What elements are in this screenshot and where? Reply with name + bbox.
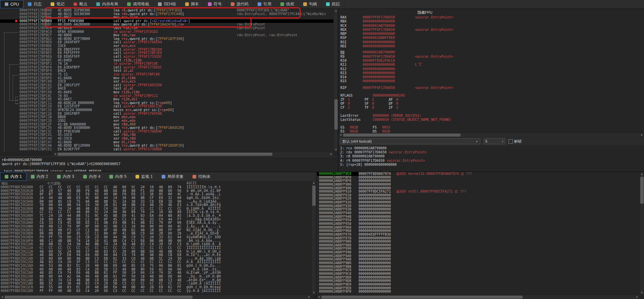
dump-row[interactable]: 00007FF8DC591040000085C0750A488B5C243833… <box>0 200 311 204</box>
argument-count-spinner[interactable]: 5 ▲▼ <box>484 138 505 144</box>
dump-row[interactable]: 00007FF8DC59112048895C2408574883EC20488B… <box>0 250 311 254</box>
dump-row[interactable]: 00007FF8DC5911A085C074C4488BC8E82A000000… <box>0 279 311 282</box>
tab-handles[interactable]: 句柄 <box>299 0 322 8</box>
dump-row[interactable]: 00007FF8DC5911C040554883EC20488BEA488B4D… <box>0 286 311 289</box>
register-row-rdx[interactable]: RDX00007FF6F17D6650<winrar.EntryPoint> <box>340 28 644 32</box>
tab-log[interactable]: 日志 <box>23 0 46 8</box>
tab-script[interactable]: 脚本 <box>181 0 204 8</box>
tab-cpu[interactable]: CPU <box>0 0 23 8</box>
dump-row[interactable]: 00007FF8DC5910B0490BC2790F0F00410BC31000… <box>0 225 311 229</box>
register-row-lasterror[interactable]: LastError00000000 (ERROR_SUCCESS) <box>340 114 644 118</box>
argument-row[interactable]: 4: r9 00007FF6F17D6650 <winrar.EntryPoin… <box>340 159 642 163</box>
disasm-row[interactable]: 00007FF6F17BFC2D33D2xor edx,edx <box>0 119 333 123</box>
segment-fs[interactable]: FS0053 <box>373 126 405 130</box>
stack-row[interactable]: 00000002AB8FF9580000000000000000 <box>317 222 640 226</box>
dump-row[interactable]: 00007FF8DC5911908B0D44A20A00488B01FF5018… <box>0 275 311 279</box>
segment-es[interactable]: ES002B <box>340 130 373 133</box>
dump-row[interactable]: 00007FF8DC591130488BCFE89469000084C0740E… <box>0 253 311 257</box>
stack-scrollbar-vertical[interactable]: ▲ ▼ <box>639 172 644 295</box>
register-row-r10[interactable]: R1000000FFEDE2FACCA <box>340 59 644 63</box>
scroll-left-icon[interactable]: ◀ <box>317 295 321 299</box>
tab-memory-map[interactable]: 内存布局 <box>92 0 123 8</box>
disassembly-scrollbar-vertical[interactable]: ▲ ▼ <box>333 9 338 152</box>
tab-seh-chain[interactable]: SEH链 <box>154 0 181 8</box>
scroll-right-icon[interactable]: ▶ <box>640 133 644 137</box>
disassembly-scrollbar-horizontal[interactable]: ◀ ▶ <box>53 152 333 156</box>
register-row-r8[interactable]: R800000002AB790000 <box>340 50 644 54</box>
scrollbar-thumb[interactable] <box>312 186 316 206</box>
dump-row[interactable]: 00007FF8DC591000CCCCCCCCCCCCCCCC48895C24… <box>0 186 311 189</box>
flag-of[interactable]: OF0 <box>340 102 365 106</box>
dump-row[interactable]: 00007FF8DC5910901000A10BD9C1400F45C1C941… <box>0 218 311 221</box>
register-row-r9[interactable]: R900007FF6F17D6650<winrar.EntryPoint> <box>340 55 644 59</box>
register-row-r12[interactable]: R120000000000000000 <box>340 67 644 71</box>
scroll-up-icon[interactable]: ▲ <box>640 172 644 176</box>
disasm-row[interactable]: 00007FF6F17BFBFB75 11jne winrar.7FF6F17B… <box>0 73 333 77</box>
tab-memory-2[interactable]: 内存 2 <box>26 172 53 181</box>
flag-tf[interactable]: TF0 <box>365 106 389 110</box>
segment-ds[interactable]: DS002B <box>373 130 405 133</box>
register-row-rsp[interactable]: RSP00000002AB8FF8E8 <box>340 36 644 40</box>
stack-row[interactable]: 00000002AB8FF9F00000000000000000 <box>317 290 640 294</box>
dump-row[interactable]: 00007FF8DC5911700000004883C4205BC3488B0D… <box>0 268 311 271</box>
tab-locals[interactable]: 局部变量 <box>157 172 188 181</box>
bottom-vertical-splitter[interactable] <box>316 172 317 299</box>
tab-memory-3[interactable]: 内存 3 <box>53 172 79 181</box>
argument-row[interactable]: 2: rdx 00007FF6F17D6650 <winrar.EntryPoi… <box>340 150 642 154</box>
dump-row[interactable]: 00007FF8DC5910E0F0FF79D023CB2380443BC972… <box>0 236 311 239</box>
tab-threads[interactable]: 线程 <box>276 0 299 8</box>
scrollbar-thumb[interactable] <box>343 134 461 137</box>
vertical-splitter[interactable] <box>338 9 338 172</box>
dump-scrollbar-horizontal[interactable]: ◀ ▶ <box>0 295 311 299</box>
dump-row[interactable]: 00007FF8DC591060488B7424484883C4205FC3CC… <box>0 207 311 211</box>
dump-row[interactable]: 00007FF8DC5910200FB74802C1E902498BF8E8C3… <box>0 193 311 196</box>
register-row-rbp[interactable]: RBP0000000000000000 <box>340 32 644 36</box>
dump-row[interactable]: 00007FF8DC5910F08BC1488B742410418BC4C3E8… <box>0 239 311 243</box>
calling-convention-select[interactable]: 默认 (x64 fastcall) ▼ <box>340 138 480 144</box>
register-row-rcx[interactable]: RCX00000002AB790000 <box>340 24 644 28</box>
tab-source[interactable]: 源代码 <box>226 0 253 8</box>
tab-memory-4[interactable]: 内存 4 <box>79 172 105 181</box>
dump-row[interactable]: 00007FF8DC5911804885C974E6488B01FF501084… <box>0 271 311 275</box>
flag-cf[interactable]: CF1 <box>340 106 365 110</box>
stack-row[interactable]: 00000002AB8FF9000000000000000000 <box>317 183 640 187</box>
stack-row[interactable]: 00000002AB8FF9C80000000000000000 <box>317 272 640 276</box>
dump-row[interactable]: 00007FF8DC5911D0FFFF904883C4205DC3CCCCCC… <box>0 289 311 293</box>
scroll-right-icon[interactable]: ▶ <box>635 295 639 299</box>
argument-row[interactable]: 5: [rsp+28] 0000000000000000 <box>340 163 642 167</box>
stack-row[interactable]: 00000002AB8FF9E00000000000000000 <box>317 283 640 287</box>
argument-row[interactable]: 3: r8 00000002AB790000 <box>340 154 642 158</box>
register-row-rdi[interactable]: RDI0000000000000000 <box>340 44 644 48</box>
stack-scrollbar-horizontal[interactable]: ◀ ▶ <box>317 295 639 299</box>
flag-df[interactable]: DF0 <box>389 102 413 106</box>
register-row-r15[interactable]: R150000000000000000 <box>340 79 644 83</box>
scrollbar-thumb[interactable] <box>58 153 272 156</box>
flag-zf[interactable]: ZF1 <box>340 98 365 102</box>
scroll-right-icon[interactable]: ▶ <box>307 295 311 299</box>
dump-row[interactable]: 00007FF8DC5910A0CA33C9458BD3C10BE00B410B… <box>0 221 311 225</box>
register-row-r13[interactable]: R130000000000000000 <box>340 71 644 75</box>
tab-memory-1[interactable]: 内存 1 <box>0 172 26 181</box>
tab-memory-5[interactable]: 内存 5 <box>105 172 131 181</box>
dump-row[interactable]: 00007FF8DC5910302440488BD34C8B442430488B… <box>0 196 311 200</box>
unlock-checkbox[interactable]: 解锁 <box>508 139 522 144</box>
scroll-down-icon[interactable]: ▼ <box>312 291 316 295</box>
register-row-rflags[interactable]: RFLAGS0000000000000245 <box>340 94 644 98</box>
stack-row[interactable]: 00000002AB8FF970000004E8FFFFFB30 <box>317 233 640 237</box>
scroll-left-icon[interactable]: ◀ <box>0 295 4 299</box>
tab-notes[interactable]: 笔记 <box>46 0 69 8</box>
dump-row[interactable]: 00007FF8DC5911504883C4205FC3CCCCCCCCCCCC… <box>0 260 311 264</box>
flag-sf[interactable]: SF0 <box>365 102 389 106</box>
registers-scrollbar-horizontal[interactable]: ◀ ▶ <box>338 133 644 137</box>
dump-row[interactable]: 00007FF8DC5911B08B5C24304883C4205BC3CCCC… <box>0 282 311 286</box>
hide-fpu-button[interactable]: 隐藏FPU <box>418 10 432 15</box>
dump-row[interactable]: 00007FF8DC5910507808448B5424302BD1488BC4… <box>0 203 311 207</box>
register-row-r11[interactable]: R110000000000000000L'Ȋ' <box>340 63 644 67</box>
flag-if[interactable]: IF1 <box>389 106 413 110</box>
tab-watch-1[interactable]: 监视 1 <box>131 172 157 181</box>
register-row-rsi[interactable]: RSI0000000000000000 <box>340 40 644 44</box>
scrollbar-thumb[interactable] <box>321 296 523 299</box>
scrollbar-thumb[interactable] <box>640 177 644 204</box>
scrollbar-thumb[interactable] <box>5 296 193 299</box>
dump-row[interactable]: 00007FF8DC5910C0D1490BF3CFC1800F480BD248… <box>0 229 311 232</box>
